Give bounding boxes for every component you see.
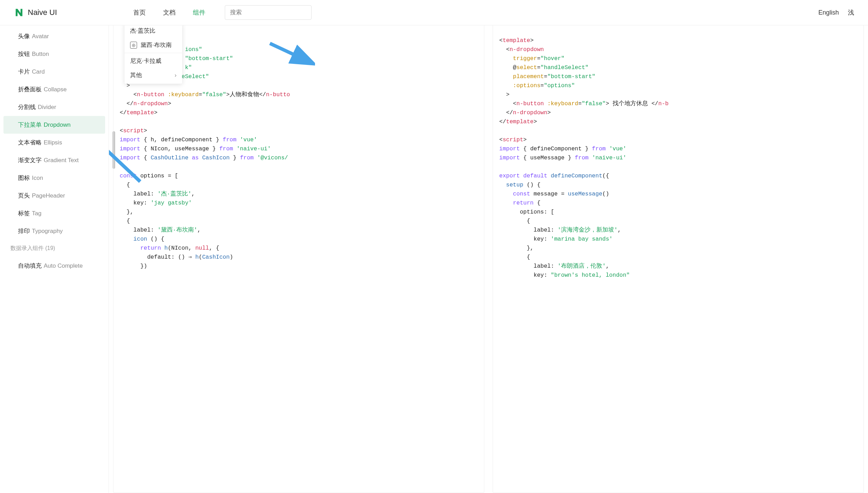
dropdown-divider: [125, 53, 182, 53]
theme-toggle[interactable]: 浅: [848, 8, 854, 17]
code-panel-left: 杰·盖茨比 ◎黛西·布坎南 尼克·卡拉威 其他› ions" "bottom-s…: [113, 25, 484, 493]
content: 杰·盖茨比 ◎黛西·布坎南 尼克·卡拉威 其他› ions" "bottom-s…: [109, 25, 868, 493]
sidebar-item-avatar[interactable]: 头像 Avatar: [0, 27, 109, 45]
svg-line-1: [109, 126, 140, 182]
dropdown-item-1[interactable]: 杰·盖茨比: [125, 25, 182, 38]
site-name: Naive UI: [28, 8, 57, 17]
chevron-right-icon: ›: [175, 72, 177, 79]
sidebar-item-collapse[interactable]: 折叠面板 Collapse: [0, 81, 109, 98]
dropdown-item-3[interactable]: 尼克·卡拉威: [125, 54, 182, 68]
search-input[interactable]: [225, 5, 312, 20]
sidebar-item-button[interactable]: 按钮 Button: [0, 45, 109, 63]
nav-tabs: 首页 文档 组件: [133, 8, 205, 17]
nav-docs[interactable]: 文档: [163, 8, 176, 17]
sidebar-item-page-header[interactable]: 页头 PageHeader: [0, 187, 109, 204]
annotation-arrow-right: [266, 40, 315, 68]
sidebar-item-auto-complete[interactable]: 自动填充 Auto Complete: [0, 257, 109, 275]
header: Naive UI 首页 文档 组件 English 浅: [0, 0, 868, 25]
dropdown-item-4[interactable]: 其他›: [125, 68, 182, 82]
sidebar-item-tag[interactable]: 标签 Tag: [0, 204, 109, 222]
sidebar-item-card[interactable]: 卡片 Card: [0, 63, 109, 81]
sidebar-group-input: 数据录入组件 (19): [0, 240, 109, 257]
sidebar: 头像 Avatar 按钮 Button 卡片 Card 折叠面板 Collaps…: [0, 25, 109, 493]
sidebar-item-gradient-text[interactable]: 渐变文字 Gradient Text: [0, 151, 109, 169]
language-toggle[interactable]: English: [818, 9, 839, 16]
logo-icon: [14, 8, 24, 17]
sidebar-item-divider[interactable]: 分割线 Divider: [0, 98, 109, 116]
code-block-right: <template> <n-dropdown trigger="hover" @…: [499, 36, 857, 280]
sidebar-item-ellipsis[interactable]: 文本省略 Ellipsis: [0, 134, 109, 151]
nav-components[interactable]: 组件: [193, 8, 205, 17]
code-panel-right: <template> <n-dropdown trigger="hover" @…: [493, 25, 864, 493]
cash-icon: ◎: [130, 42, 137, 49]
dropdown-item-2[interactable]: ◎黛西·布坎南: [125, 38, 182, 52]
sidebar-item-dropdown[interactable]: 下拉菜单 Dropdown: [3, 116, 105, 134]
dropdown-popover: 杰·盖茨比 ◎黛西·布坎南 尼克·卡拉威 其他›: [125, 25, 182, 84]
sidebar-item-icon[interactable]: 图标 Icon: [0, 169, 109, 187]
svg-line-3: [270, 43, 312, 63]
nav-home[interactable]: 首页: [133, 8, 146, 17]
sidebar-item-typography[interactable]: 排印 Typography: [0, 222, 109, 240]
logo-wrap[interactable]: Naive UI: [14, 8, 57, 17]
annotation-arrow-left: [109, 123, 144, 185]
